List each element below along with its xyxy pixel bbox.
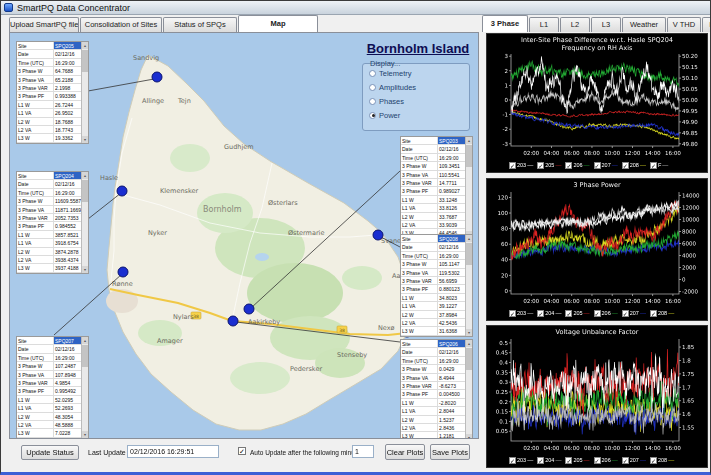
clear-plots-button[interactable]: Clear Plots bbox=[385, 444, 425, 460]
auto-update-checkbox[interactable]: ✓ bbox=[238, 447, 246, 455]
legend-checkbox-204[interactable]: ✓ bbox=[537, 457, 544, 464]
legend-color-dash: — bbox=[640, 162, 646, 168]
table-scrollbar[interactable]: ▴▾ bbox=[465, 340, 472, 439]
tab-l3[interactable]: L3 bbox=[591, 17, 621, 32]
table-scrollbar[interactable]: ▴▾ bbox=[81, 172, 88, 273]
site-table-spq208[interactable]: SiteSPQ208Date02/12/16Time (UTC)16:29:00… bbox=[400, 234, 473, 337]
row-value: 1.5237 bbox=[438, 416, 467, 423]
scroll-thumb[interactable] bbox=[82, 50, 88, 72]
title-bar[interactable]: SmartPQ Data Concentrator bbox=[1, 1, 711, 15]
legend-color-dash: — bbox=[527, 310, 533, 316]
display-option-power[interactable]: Power bbox=[369, 110, 469, 120]
legend-item-207: ✓207— bbox=[622, 310, 646, 317]
site-table-spq205[interactable]: SiteSPQ205Date02/12/16Time (UTC)16:29:00… bbox=[16, 41, 89, 144]
map-panel: 3838SandvigAllingeTejnGudhjemHasleKlemen… bbox=[9, 32, 479, 439]
table-row: 3 Phase PF0.984552 bbox=[17, 222, 88, 230]
row-label: Date bbox=[401, 145, 438, 152]
legend-checkbox-205[interactable]: ✓ bbox=[565, 310, 572, 317]
legend-checkbox-205[interactable]: ✓ bbox=[537, 162, 544, 169]
save-plots-button[interactable]: Save Plots bbox=[430, 444, 470, 460]
row-label: L2 VA bbox=[17, 126, 54, 133]
scroll-up-icon[interactable]: ▴ bbox=[466, 235, 472, 242]
table-row: 3 Phase PF0.989027 bbox=[401, 187, 472, 195]
table-row: L1 W33.1248 bbox=[401, 196, 472, 204]
row-label: L1 VA bbox=[401, 407, 438, 414]
scroll-thumb[interactable] bbox=[466, 348, 472, 370]
legend-item-203: ✓203— bbox=[509, 162, 533, 169]
scroll-up-icon[interactable]: ▴ bbox=[82, 337, 88, 344]
site-table-spq207[interactable]: SiteSPQ207Date02/12/16Time (UTC)16:29:00… bbox=[16, 336, 89, 439]
site-table-spq206[interactable]: SiteSPQ206Date02/12/16Time (UTC)16:29:00… bbox=[400, 339, 473, 439]
row-label: 3 Phase VAR bbox=[401, 382, 438, 389]
row-label: Time (UTC) bbox=[401, 154, 438, 161]
tab-l1[interactable]: L1 bbox=[529, 17, 559, 32]
tab-upload-smartpq-files[interactable]: Upload SmartPQ files bbox=[9, 17, 79, 32]
table-row: Time (UTC)16:29:00 bbox=[401, 252, 472, 260]
display-option-amplitudes[interactable]: Amplitudes bbox=[369, 82, 469, 92]
table-row: 3 Phase W109.3451 bbox=[401, 162, 472, 170]
legend-label: 207 bbox=[630, 457, 639, 463]
legend-checkbox-208[interactable]: ✓ bbox=[650, 457, 657, 464]
table-scrollbar[interactable]: ▴▾ bbox=[81, 337, 88, 438]
row-value: -8.6273 bbox=[438, 382, 467, 389]
site-table-spq203[interactable]: SiteSPQ203Date02/12/16Time (UTC)16:29:00… bbox=[400, 136, 473, 239]
tab-3-phase[interactable]: 3 Phase bbox=[482, 15, 528, 32]
tab-status-of-spqs[interactable]: Status of SPQs bbox=[163, 17, 237, 32]
auto-update-minutes-field[interactable] bbox=[352, 445, 374, 458]
chart-legend: ✓203—✓205—✓206—✓207—✓208—✓F— bbox=[509, 160, 705, 170]
tab-map[interactable]: Map bbox=[238, 15, 318, 32]
row-value: 33.7687 bbox=[438, 213, 467, 220]
legend-checkbox-206[interactable]: ✓ bbox=[594, 457, 601, 464]
display-option-telemetry[interactable]: Telemetry bbox=[369, 68, 469, 78]
scroll-down-icon[interactable]: ▾ bbox=[82, 266, 88, 273]
legend-checkbox-205[interactable]: ✓ bbox=[565, 457, 572, 464]
legend-checkbox-207[interactable]: ✓ bbox=[594, 162, 601, 169]
tab-l2[interactable]: L2 bbox=[560, 17, 590, 32]
row-value: 64.7688 bbox=[54, 67, 83, 74]
scroll-up-icon[interactable]: ▴ bbox=[82, 172, 88, 179]
display-option-phases[interactable]: Phases bbox=[369, 96, 469, 106]
legend-checkbox-203[interactable]: ✓ bbox=[509, 310, 516, 317]
legend-checkbox-207[interactable]: ✓ bbox=[622, 457, 629, 464]
row-label: L1 VA bbox=[17, 404, 54, 411]
legend-checkbox-208[interactable]: ✓ bbox=[650, 310, 657, 317]
scroll-thumb[interactable] bbox=[466, 243, 472, 265]
update-status-button[interactable]: Update Status bbox=[21, 445, 79, 460]
tab-v-thd[interactable]: V THD bbox=[667, 17, 701, 32]
row-label: 3 Phase W bbox=[401, 260, 438, 267]
display-groupbox-label: Display... bbox=[368, 59, 402, 68]
site-table-spq204[interactable]: SiteSPQ204Date02/12/16Time (UTC)16:29:00… bbox=[16, 171, 89, 274]
scroll-down-icon[interactable]: ▾ bbox=[466, 329, 472, 336]
row-value: 1.2181 bbox=[438, 432, 467, 439]
row-label: Site bbox=[17, 337, 54, 344]
scroll-thumb[interactable] bbox=[82, 345, 88, 367]
legend-checkbox-206[interactable]: ✓ bbox=[565, 162, 572, 169]
tab-weather[interactable]: Weather bbox=[622, 17, 666, 32]
legend-checkbox-203[interactable]: ✓ bbox=[509, 457, 516, 464]
scroll-thumb[interactable] bbox=[82, 180, 88, 202]
table-scrollbar[interactable]: ▴▾ bbox=[465, 235, 472, 336]
row-label: Date bbox=[401, 243, 438, 250]
legend-checkbox-204[interactable]: ✓ bbox=[537, 310, 544, 317]
legend-label: 206 bbox=[602, 310, 611, 316]
legend-checkbox-208[interactable]: ✓ bbox=[622, 162, 629, 169]
scroll-thumb[interactable] bbox=[466, 145, 472, 167]
legend-checkbox-206[interactable]: ✓ bbox=[594, 310, 601, 317]
table-row: 3 Phase PF0.880123 bbox=[401, 285, 472, 293]
scroll-up-icon[interactable]: ▴ bbox=[466, 340, 472, 347]
legend-checkbox-f[interactable]: ✓ bbox=[650, 162, 657, 169]
scroll-up-icon[interactable]: ▴ bbox=[82, 42, 88, 49]
scroll-down-icon[interactable]: ▾ bbox=[82, 136, 88, 143]
legend-checkbox-203[interactable]: ✓ bbox=[509, 162, 516, 169]
table-scrollbar[interactable]: ▴▾ bbox=[465, 137, 472, 238]
last-update-field[interactable] bbox=[127, 445, 219, 458]
row-label: L3 W bbox=[17, 134, 54, 141]
scroll-down-icon[interactable]: ▾ bbox=[82, 431, 88, 438]
table-row: L1 W26.7244 bbox=[17, 101, 88, 109]
tab-i-thd[interactable]: I THD bbox=[702, 17, 711, 32]
table-scrollbar[interactable]: ▴▾ bbox=[81, 42, 88, 143]
legend-color-dash: — bbox=[584, 310, 590, 316]
scroll-up-icon[interactable]: ▴ bbox=[466, 137, 472, 144]
tab-consolidation-of-sites[interactable]: Consolidation of Sites bbox=[80, 17, 162, 32]
legend-checkbox-207[interactable]: ✓ bbox=[622, 310, 629, 317]
